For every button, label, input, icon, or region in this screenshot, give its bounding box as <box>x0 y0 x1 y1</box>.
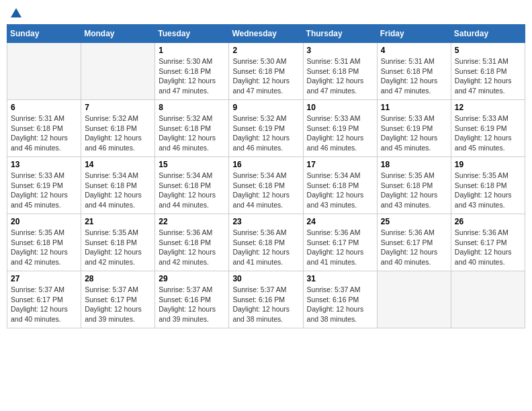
day-number: 7 <box>85 103 151 112</box>
col-header-saturday: Saturday <box>451 25 525 43</box>
calendar-cell: 1Sunrise: 5:30 AM Sunset: 6:18 PM Daylig… <box>155 43 229 100</box>
cell-content: Sunrise: 5:34 AM Sunset: 6:18 PM Dayligh… <box>307 171 373 210</box>
calendar-cell <box>377 271 451 328</box>
cell-content: Sunrise: 5:32 AM Sunset: 6:18 PM Dayligh… <box>159 113 225 153</box>
day-number: 4 <box>381 46 447 55</box>
day-number: 31 <box>307 274 373 283</box>
day-number: 6 <box>11 103 77 112</box>
day-number: 26 <box>455 217 521 226</box>
calendar-cell: 21Sunrise: 5:35 AM Sunset: 6:18 PM Dayli… <box>81 214 155 271</box>
cell-content: Sunrise: 5:36 AM Sunset: 6:17 PM Dayligh… <box>455 228 521 267</box>
cell-content: Sunrise: 5:33 AM Sunset: 6:19 PM Dayligh… <box>381 113 447 153</box>
day-number: 13 <box>11 160 77 169</box>
cell-content: Sunrise: 5:31 AM Sunset: 6:18 PM Dayligh… <box>381 56 447 96</box>
day-number: 12 <box>455 103 521 112</box>
calendar-cell: 16Sunrise: 5:34 AM Sunset: 6:18 PM Dayli… <box>229 157 303 214</box>
calendar-cell: 24Sunrise: 5:36 AM Sunset: 6:17 PM Dayli… <box>303 214 377 271</box>
cell-content: Sunrise: 5:37 AM Sunset: 6:16 PM Dayligh… <box>159 285 225 324</box>
cell-content: Sunrise: 5:37 AM Sunset: 6:16 PM Dayligh… <box>232 285 299 324</box>
cell-content: Sunrise: 5:33 AM Sunset: 6:19 PM Dayligh… <box>11 171 77 210</box>
week-row-1: 1Sunrise: 5:30 AM Sunset: 6:18 PM Daylig… <box>7 43 525 100</box>
cell-content: Sunrise: 5:32 AM Sunset: 6:19 PM Dayligh… <box>232 113 299 153</box>
cell-content: Sunrise: 5:32 AM Sunset: 6:18 PM Dayligh… <box>85 113 151 153</box>
cell-content: Sunrise: 5:36 AM Sunset: 6:18 PM Dayligh… <box>159 228 225 267</box>
week-row-4: 20Sunrise: 5:35 AM Sunset: 6:18 PM Dayli… <box>7 214 525 271</box>
calendar-cell: 27Sunrise: 5:37 AM Sunset: 6:17 PM Dayli… <box>7 271 81 328</box>
day-number: 3 <box>307 46 373 55</box>
calendar-cell <box>81 43 155 100</box>
day-number: 2 <box>232 46 299 55</box>
calendar-cell: 30Sunrise: 5:37 AM Sunset: 6:16 PM Dayli… <box>229 271 303 328</box>
calendar-cell: 12Sunrise: 5:33 AM Sunset: 6:19 PM Dayli… <box>451 100 525 157</box>
header-row: SundayMondayTuesdayWednesdayThursdayFrid… <box>7 25 525 43</box>
calendar-cell <box>7 43 81 100</box>
col-header-thursday: Thursday <box>303 25 377 43</box>
calendar-cell: 9Sunrise: 5:32 AM Sunset: 6:19 PM Daylig… <box>229 100 303 157</box>
cell-content: Sunrise: 5:35 AM Sunset: 6:18 PM Dayligh… <box>85 228 151 267</box>
day-number: 18 <box>381 160 447 169</box>
cell-content: Sunrise: 5:35 AM Sunset: 6:18 PM Dayligh… <box>11 228 77 267</box>
day-number: 14 <box>85 160 151 169</box>
day-number: 19 <box>455 160 521 169</box>
calendar-cell: 10Sunrise: 5:33 AM Sunset: 6:19 PM Dayli… <box>303 100 377 157</box>
cell-content: Sunrise: 5:35 AM Sunset: 6:18 PM Dayligh… <box>381 171 447 210</box>
calendar-cell: 4Sunrise: 5:31 AM Sunset: 6:18 PM Daylig… <box>377 43 451 100</box>
calendar-cell: 25Sunrise: 5:36 AM Sunset: 6:17 PM Dayli… <box>377 214 451 271</box>
day-number: 21 <box>85 217 151 226</box>
calendar-table: SundayMondayTuesdayWednesdayThursdayFrid… <box>7 24 525 328</box>
calendar-cell: 3Sunrise: 5:31 AM Sunset: 6:18 PM Daylig… <box>303 43 377 100</box>
day-number: 17 <box>307 160 373 169</box>
day-number: 11 <box>381 103 447 112</box>
logo-icon <box>10 7 22 19</box>
logo <box>9 7 22 19</box>
calendar-cell: 23Sunrise: 5:36 AM Sunset: 6:18 PM Dayli… <box>229 214 303 271</box>
cell-content: Sunrise: 5:33 AM Sunset: 6:19 PM Dayligh… <box>455 113 521 153</box>
calendar-cell: 6Sunrise: 5:31 AM Sunset: 6:18 PM Daylig… <box>7 100 81 157</box>
svg-marker-0 <box>11 8 21 17</box>
cell-content: Sunrise: 5:33 AM Sunset: 6:19 PM Dayligh… <box>307 113 373 153</box>
cell-content: Sunrise: 5:31 AM Sunset: 6:18 PM Dayligh… <box>455 56 521 96</box>
cell-content: Sunrise: 5:36 AM Sunset: 6:17 PM Dayligh… <box>307 228 373 267</box>
calendar-cell: 18Sunrise: 5:35 AM Sunset: 6:18 PM Dayli… <box>377 157 451 214</box>
cell-content: Sunrise: 5:37 AM Sunset: 6:17 PM Dayligh… <box>11 285 77 324</box>
cell-content: Sunrise: 5:37 AM Sunset: 6:16 PM Dayligh… <box>307 285 373 324</box>
cell-content: Sunrise: 5:34 AM Sunset: 6:18 PM Dayligh… <box>232 171 299 210</box>
day-number: 28 <box>85 274 151 283</box>
week-row-2: 6Sunrise: 5:31 AM Sunset: 6:18 PM Daylig… <box>7 100 525 157</box>
day-number: 10 <box>307 103 373 112</box>
cell-content: Sunrise: 5:34 AM Sunset: 6:18 PM Dayligh… <box>85 171 151 210</box>
col-header-monday: Monday <box>81 25 155 43</box>
cell-content: Sunrise: 5:31 AM Sunset: 6:18 PM Dayligh… <box>11 113 77 153</box>
calendar-cell: 17Sunrise: 5:34 AM Sunset: 6:18 PM Dayli… <box>303 157 377 214</box>
cell-content: Sunrise: 5:36 AM Sunset: 6:18 PM Dayligh… <box>232 228 299 267</box>
col-header-friday: Friday <box>377 25 451 43</box>
cell-content: Sunrise: 5:37 AM Sunset: 6:17 PM Dayligh… <box>85 285 151 324</box>
calendar-cell: 7Sunrise: 5:32 AM Sunset: 6:18 PM Daylig… <box>81 100 155 157</box>
calendar-cell: 31Sunrise: 5:37 AM Sunset: 6:16 PM Dayli… <box>303 271 377 328</box>
day-number: 27 <box>11 274 77 283</box>
week-row-5: 27Sunrise: 5:37 AM Sunset: 6:17 PM Dayli… <box>7 271 525 328</box>
day-number: 20 <box>11 217 77 226</box>
calendar-cell: 15Sunrise: 5:34 AM Sunset: 6:18 PM Dayli… <box>155 157 229 214</box>
day-number: 9 <box>232 103 299 112</box>
day-number: 25 <box>381 217 447 226</box>
calendar-cell <box>451 271 525 328</box>
day-number: 15 <box>159 160 225 169</box>
day-number: 24 <box>307 217 373 226</box>
cell-content: Sunrise: 5:34 AM Sunset: 6:18 PM Dayligh… <box>159 171 225 210</box>
calendar-cell: 28Sunrise: 5:37 AM Sunset: 6:17 PM Dayli… <box>81 271 155 328</box>
cell-content: Sunrise: 5:36 AM Sunset: 6:17 PM Dayligh… <box>381 228 447 267</box>
calendar-cell: 14Sunrise: 5:34 AM Sunset: 6:18 PM Dayli… <box>81 157 155 214</box>
calendar-cell: 8Sunrise: 5:32 AM Sunset: 6:18 PM Daylig… <box>155 100 229 157</box>
cell-content: Sunrise: 5:35 AM Sunset: 6:18 PM Dayligh… <box>455 171 521 210</box>
day-number: 1 <box>159 46 225 55</box>
calendar-cell: 13Sunrise: 5:33 AM Sunset: 6:19 PM Dayli… <box>7 157 81 214</box>
calendar-cell: 5Sunrise: 5:31 AM Sunset: 6:18 PM Daylig… <box>451 43 525 100</box>
day-number: 29 <box>159 274 225 283</box>
cell-content: Sunrise: 5:31 AM Sunset: 6:18 PM Dayligh… <box>307 56 373 96</box>
col-header-wednesday: Wednesday <box>229 25 303 43</box>
calendar-cell: 22Sunrise: 5:36 AM Sunset: 6:18 PM Dayli… <box>155 214 229 271</box>
calendar-cell: 11Sunrise: 5:33 AM Sunset: 6:19 PM Dayli… <box>377 100 451 157</box>
calendar-cell: 26Sunrise: 5:36 AM Sunset: 6:17 PM Dayli… <box>451 214 525 271</box>
day-number: 8 <box>159 103 225 112</box>
